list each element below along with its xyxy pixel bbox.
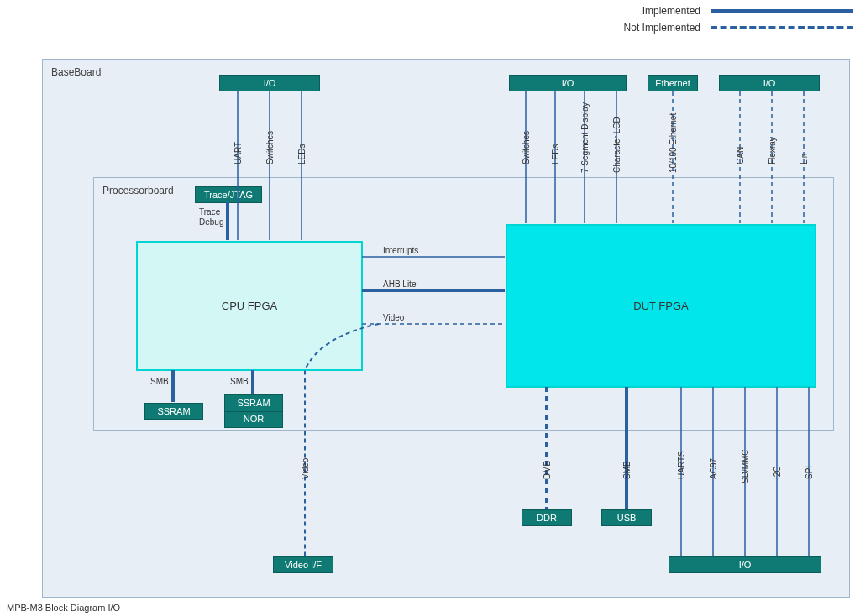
label-dmb: DMB [543,461,552,479]
label-smb1: SMB [150,377,169,386]
label-flexray: Flexray [768,137,777,164]
legend-label-notimpl: Not Implemented [600,22,700,34]
label-interrupts: Interrupts [383,246,418,255]
legend: Implemented Not Implemented [600,5,853,34]
label-can: CAN [736,147,745,164]
label-uarts: UARTS [677,451,686,479]
label-eth10100: 10/100 Ethernet [669,113,678,173]
label-i2c: I2C [773,466,782,479]
label-spi: SPI [805,466,814,479]
figure-caption: MPB-M3 Block Diagram I/O [7,603,120,613]
label-sdmmc: SD/MMC [741,449,750,483]
label-smb2: SMB [230,377,249,386]
label-ahblite: AHB Lite [383,279,416,289]
legend-label-impl: Implemented [600,5,700,17]
legend-line-dashed [711,26,853,29]
label-debug: Debug [199,217,223,227]
label-leds: LEDs [297,144,307,164]
legend-implemented: Implemented [600,5,853,17]
label-lin: Lin [800,154,809,164]
label-seg7: 7 Segment Display [580,102,590,173]
label-switches: Switches [265,131,275,164]
label-leds2: LEDs [551,144,560,164]
label-smb3: SMB [622,461,632,479]
label-switches2: Switches [522,131,531,164]
label-ac97: AC97 [709,458,718,479]
legend-not-implemented: Not Implemented [600,22,853,34]
label-video-down: Video [301,458,310,479]
label-uart: UART [233,142,243,164]
label-video: Video [383,313,404,322]
wires-layer [43,60,849,597]
label-charlcd: Character LCD [612,117,621,173]
legend-line-solid [711,9,853,13]
label-trace: Trace [199,207,220,217]
baseboard-container: BaseBoard I/O I/O Ethernet I/O Video I/F… [42,59,850,598]
